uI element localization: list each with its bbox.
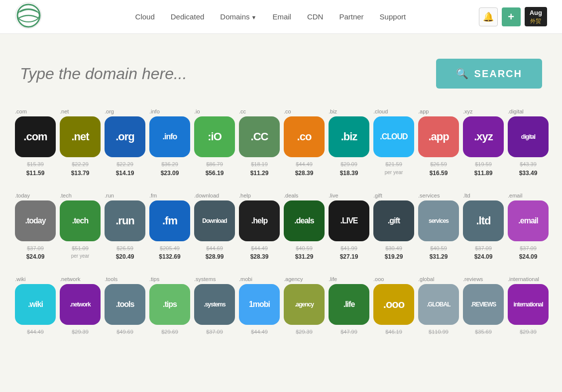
nav-partner[interactable]: Partner: [339, 12, 363, 21]
domain-icon-agency: .agency: [284, 284, 325, 325]
domain-card-tools[interactable]: .tools.tools$49.69: [105, 276, 145, 336]
domain-icon-text: digital: [521, 133, 535, 140]
domain-ext-label: .reviews: [463, 276, 483, 282]
domain-card-info[interactable]: .info.info$36.29$23.09: [149, 108, 190, 178]
domain-price: $19.59$11.89: [474, 160, 493, 178]
domain-icon-digital: digital: [508, 116, 549, 157]
price-old: $44.69: [206, 244, 224, 253]
domain-card-cc[interactable]: .cc.CC$18.19$11.29: [239, 108, 280, 178]
domain-card-cloud[interactable]: .cloud.CLOUD$21.59per year: [373, 108, 414, 178]
domain-card-biz[interactable]: .biz.biz$29.09$18.39: [329, 108, 369, 178]
price-new: $31.29: [295, 252, 314, 261]
price-new: $33.49: [519, 169, 538, 178]
domain-card-ltd[interactable]: .ltd.ltd$37.09$24.09: [463, 193, 504, 262]
domain-icon-text: Download: [202, 217, 226, 224]
nav-support[interactable]: Support: [380, 12, 406, 21]
domain-card-email[interactable]: .email.email$37.09$24.09: [508, 193, 549, 262]
domain-card-co[interactable]: .co.co$44.49$28.39: [284, 108, 325, 178]
domain-card-mobi[interactable]: .mobi1mobi$44.49: [239, 276, 280, 336]
domain-price: $110.99: [429, 328, 449, 336]
price-old: $37.09: [474, 244, 493, 253]
add-button[interactable]: +: [502, 7, 521, 26]
domain-card-org[interactable]: .org.org$22.29$14.19: [105, 108, 145, 178]
domain-card-gift[interactable]: .gift.gift$30.49$19.29: [373, 193, 414, 262]
domain-icon-info: .info: [149, 116, 190, 157]
domain-card-tech[interactable]: .tech.tech$51.09per year: [60, 193, 101, 262]
domain-card-com[interactable]: .com.com$15.39$11.59: [15, 108, 56, 178]
nav-email[interactable]: Email: [272, 12, 291, 21]
aug-button[interactable]: Aug 外贸: [525, 7, 547, 26]
domain-card-xyz[interactable]: .xyz.xyz$19.59$11.89: [463, 108, 504, 178]
domain-card-io[interactable]: .io:iO$86.79$56.19: [194, 108, 235, 178]
price-old: $26.59: [430, 160, 448, 169]
domain-card-deals[interactable]: .deals.deals$40.59$31.29: [284, 193, 325, 262]
logo[interactable]: [15, 2, 62, 31]
domain-card-live[interactable]: .live.LIVE$41.99$27.19: [329, 193, 369, 262]
notification-bell[interactable]: 🔔: [479, 7, 498, 26]
nav-dedicated[interactable]: Dedicated: [171, 12, 205, 21]
domain-card-app[interactable]: .app.app$26.59$16.59: [418, 108, 459, 178]
price-new: $11.89: [474, 169, 493, 178]
domain-price: $22.29$13.79: [71, 160, 90, 178]
domain-price: $44.49: [27, 328, 44, 336]
domain-card-tips[interactable]: .tips.tips$29.69: [149, 276, 190, 336]
domain-price: $26.59$20.49: [116, 244, 134, 262]
domain-card-help[interactable]: .help.help$44.49$28.39: [239, 193, 280, 262]
domain-price: $47.99: [340, 328, 357, 336]
price-old: $44.49: [27, 328, 44, 336]
domain-card-run[interactable]: .run.run$26.59$20.49: [105, 193, 145, 262]
domain-icon-text: .REVIEWS: [471, 301, 496, 308]
nav-cloud[interactable]: Cloud: [135, 12, 155, 21]
domain-ext-label: .global: [418, 276, 434, 282]
domain-icon-text: .gift: [388, 216, 400, 225]
domain-card-life[interactable]: .life.life$47.99: [329, 276, 369, 336]
domain-price: $26.59$16.59: [430, 160, 448, 178]
domain-price: $37.09$24.09: [474, 244, 493, 262]
domain-icon-global: .GLOBAL: [418, 284, 459, 325]
domain-card-reviews[interactable]: .reviews.REVIEWS$35.69: [463, 276, 504, 336]
nav-cdn[interactable]: CDN: [307, 12, 324, 21]
nav-domains[interactable]: Domains▼: [220, 12, 256, 21]
domain-icon-text: .tech: [72, 216, 88, 225]
price-new: $16.59: [430, 169, 448, 178]
price-old: $29.39: [296, 328, 313, 336]
domain-card-today[interactable]: .today.today$37.09$24.09: [15, 193, 56, 262]
price-old: $22.29: [116, 160, 134, 169]
price-old: $35.69: [475, 328, 492, 336]
domain-icon-text: .info: [163, 132, 177, 141]
price-new: $28.99: [206, 252, 224, 261]
domain-icon-text: .help: [251, 216, 267, 225]
domain-card-digital[interactable]: .digitaldigital$43.39$33.49: [508, 108, 549, 178]
domain-ext-label: .systems: [194, 276, 216, 282]
domain-icon-com: .com: [15, 116, 56, 157]
price-old: $37.09: [519, 244, 538, 253]
domain-icon-text: .email: [518, 216, 538, 225]
domain-ext-label: .tools: [105, 276, 117, 282]
domain-card-systems[interactable]: .systems.systems$37.09: [194, 276, 235, 336]
domain-card-services[interactable]: .servicesservices$40.59$31.29: [418, 193, 459, 262]
domain-card-net[interactable]: .net.net$22.29$13.79: [60, 108, 101, 178]
price-old: $51.09: [71, 244, 90, 253]
domain-card-agency[interactable]: .agency.agency$29.39: [284, 276, 325, 336]
price-new: $27.19: [340, 252, 358, 261]
domain-card-network[interactable]: .network.network$29.39: [60, 276, 101, 336]
domain-card-download[interactable]: .downloadDownload$44.69$28.99: [194, 193, 235, 262]
nav-links: Cloud Dedicated Domains▼ Email CDN Partn…: [62, 12, 479, 21]
domain-ext-label: .cloud: [373, 108, 388, 114]
domain-card-global[interactable]: .global.GLOBAL$110.99: [418, 276, 459, 336]
search-button[interactable]: 🔍 SEARCH: [436, 59, 542, 89]
domain-price: $46.19: [385, 328, 402, 336]
domain-ext-label: .ltd: [463, 193, 470, 198]
domain-icon-org: .org: [105, 116, 145, 157]
domain-card-wiki[interactable]: .wiki.wiki$44.49: [15, 276, 56, 336]
price-old: $36.29: [161, 160, 179, 169]
domain-ext-label: .today: [15, 193, 30, 198]
domain-price: $18.19$11.29: [250, 160, 269, 178]
domain-card-international[interactable]: .internationalinternational$29.39: [508, 276, 549, 336]
domain-search-input[interactable]: [20, 65, 436, 83]
domain-icon-tech: .tech: [60, 200, 101, 241]
domain-icon-systems: .systems: [194, 284, 235, 325]
domain-icon-run: .run: [105, 200, 145, 241]
domain-card-ooo[interactable]: .ooo.ooo$46.19: [373, 276, 414, 336]
domain-card-fm[interactable]: .fm.fm$205.49$132.69: [149, 193, 190, 262]
